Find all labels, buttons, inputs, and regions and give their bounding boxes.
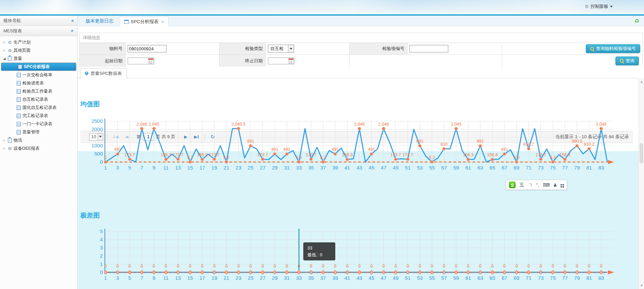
sidebar-item-检验员工作量表[interactable]: 检验员工作量表: [0, 87, 77, 95]
start-date-cell: [126, 55, 220, 67]
tab-spc-report[interactable]: SPC分析报表 ×: [120, 17, 168, 26]
svg-text:57: 57: [441, 275, 447, 281]
svg-text:0: 0: [100, 269, 103, 275]
calendar-icon[interactable]: [148, 58, 154, 64]
page-number-input[interactable]: [143, 133, 154, 141]
prev-page-icon[interactable]: ◀: [125, 135, 128, 139]
material-input[interactable]: [128, 45, 166, 52]
sidebar-item-一次交检合格率[interactable]: 一次交检合格率: [0, 71, 77, 79]
svg-text:13: 13: [175, 275, 181, 281]
sidebar-item-label: 一门一卡记录表: [22, 121, 52, 127]
collapse-section-icon[interactable]: «: [68, 30, 78, 32]
inspection-type-label: 检验类型: [220, 43, 266, 55]
material-cell: [126, 43, 220, 55]
sidebar-item-固化自互检记录表[interactable]: 固化自互检记录表: [0, 103, 77, 112]
last-page-icon[interactable]: ▶: [194, 135, 197, 139]
top-banner: ⚙ 控制面板: [0, 0, 644, 16]
input-mode-button[interactable]: 五: [519, 182, 524, 187]
svg-text:0: 0: [503, 264, 506, 269]
svg-text:2,046: 2,046: [354, 122, 365, 127]
svg-text:51: 51: [405, 275, 411, 281]
sidebar-item-label: 设备OEE报表: [14, 146, 39, 151]
sidebar-nav-header[interactable]: 模块导航 «: [0, 16, 77, 26]
scroll-down-icon[interactable]: ▼: [639, 283, 644, 288]
sogou-logo-icon[interactable]: S: [509, 181, 516, 188]
scrollbar-thumb[interactable]: [640, 143, 643, 163]
records-summary: 当前显示 1 - 10 条记录 共 84 条记录: [555, 131, 629, 142]
separator: [107, 134, 108, 140]
query-button[interactable]: 查询: [615, 57, 639, 65]
sidebar-section-header[interactable]: MES报表 «: [0, 26, 77, 36]
tab-spc-data-label: 质量SPC数据表: [91, 70, 122, 77]
svg-text:81: 81: [586, 275, 592, 281]
svg-text:0: 0: [153, 264, 155, 269]
expand-icon[interactable]: ◢: [3, 57, 6, 60]
svg-text:0: 0: [358, 264, 360, 269]
sidebar-item-检验进度表[interactable]: 检验进度表: [0, 79, 77, 87]
svg-text:0: 0: [431, 264, 433, 269]
svg-text:77: 77: [562, 275, 568, 281]
svg-text:2,046: 2,046: [136, 122, 147, 127]
refresh-icon[interactable]: ↻: [210, 134, 215, 140]
tab-version-log[interactable]: 版本更新日志: [86, 18, 113, 24]
svg-text:0: 0: [177, 264, 179, 269]
sidebar-item-生产计划[interactable]: ▷⚙生产计划: [0, 38, 77, 46]
tab-spc-report-label: SPC分析报表: [131, 19, 159, 25]
page-size-value: 10: [90, 134, 98, 139]
svg-text:3: 3: [116, 275, 119, 281]
query-material-item-button[interactable]: 查询物料检验项编号: [586, 44, 640, 53]
empty-cell: [350, 55, 502, 67]
start-date-input[interactable]: [128, 58, 154, 64]
sidebar-item-质量[interactable]: ◢质量: [0, 54, 77, 63]
chevron-down-icon: [610, 6, 613, 7]
svg-text:0: 0: [382, 264, 385, 269]
sidebar-item-物流[interactable]: ▷物流: [0, 136, 77, 144]
sidebar-item-label: 一次交检合格率: [22, 72, 52, 78]
svg-text:0: 0: [129, 264, 131, 269]
control-panel-menu[interactable]: ⚙ 控制面板: [584, 3, 613, 10]
calendar-icon[interactable]: [288, 58, 294, 64]
tab-spc-data[interactable]: 质量SPC数据表: [80, 68, 127, 79]
expand-icon[interactable]: ▷: [3, 147, 6, 150]
page-size-select[interactable]: 10: [89, 133, 103, 141]
range-chart-svg: 0123451357911131517192123252729313335373…: [78, 225, 644, 289]
expand-icon[interactable]: ▷: [3, 139, 6, 142]
svg-text:0: 0: [395, 264, 397, 269]
next-page-icon[interactable]: ▶: [184, 135, 187, 139]
svg-text:0: 0: [274, 264, 276, 269]
sidebar-item-完工检记录表[interactable]: 完工检记录表: [0, 112, 77, 120]
report-icon: [17, 114, 21, 118]
svg-text:19: 19: [211, 275, 217, 281]
inspection-item-input[interactable]: [409, 45, 448, 52]
moon-icon[interactable]: ☽: [527, 182, 533, 188]
svg-text:0: 0: [165, 264, 167, 269]
first-page-icon[interactable]: ◀: [115, 135, 118, 139]
inspection-type-select[interactable]: 自互检: [268, 45, 294, 53]
keyboard-icon[interactable]: ⌨: [543, 182, 550, 187]
end-date-input[interactable]: [268, 58, 294, 64]
person-icon[interactable]: [553, 183, 557, 187]
expand-icon[interactable]: ▷: [3, 41, 6, 44]
punctuation-icon[interactable]: °,: [536, 182, 540, 187]
sidebar-item-质量管理[interactable]: 质量管理: [0, 128, 77, 136]
scroll-up-icon[interactable]: ▲: [639, 79, 644, 84]
report-icon: [17, 81, 21, 85]
svg-text:0: 0: [576, 264, 578, 269]
sidebar-item-一门一卡记录表[interactable]: 一门一卡记录表: [0, 120, 77, 128]
grid-icon[interactable]: [561, 184, 562, 186]
svg-text:0: 0: [201, 264, 204, 269]
sidebar-item-自互检记录表[interactable]: 自互检记录表: [0, 95, 77, 103]
svg-text:67: 67: [502, 275, 508, 281]
svg-text:23: 23: [236, 275, 241, 281]
sidebar-item-设备OEE报表[interactable]: ▷⚙设备OEE报表: [0, 144, 77, 152]
svg-text:0: 0: [600, 264, 602, 269]
collapse-sidebar-icon[interactable]: «: [71, 16, 74, 26]
sidebar-item-SPC分析报表[interactable]: SPC分析报表: [1, 63, 76, 71]
expand-icon[interactable]: ▷: [3, 49, 6, 52]
svg-text:0: 0: [491, 264, 494, 269]
refresh-tabs-icon[interactable]: ♻: [634, 18, 639, 24]
svg-text:2,045.5: 2,045.5: [231, 122, 246, 127]
sidebar-item-其他页面[interactable]: ▷⚙其他页面: [0, 46, 77, 54]
close-icon[interactable]: ×: [161, 19, 164, 25]
vertical-scrollbar[interactable]: ▲ ▼: [639, 78, 644, 289]
